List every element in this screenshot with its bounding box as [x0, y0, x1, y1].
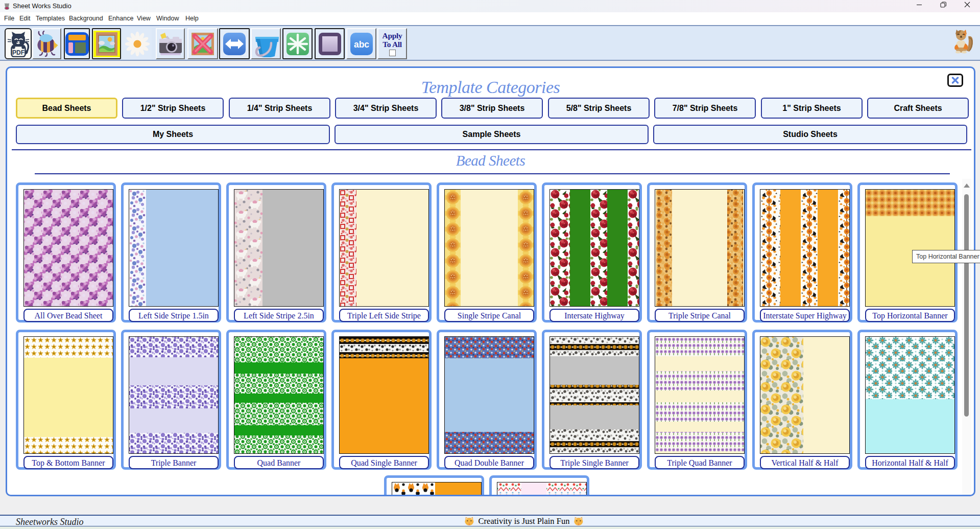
svg-text:PDF: PDF: [12, 49, 25, 56]
svg-text:abc: abc: [353, 39, 369, 50]
